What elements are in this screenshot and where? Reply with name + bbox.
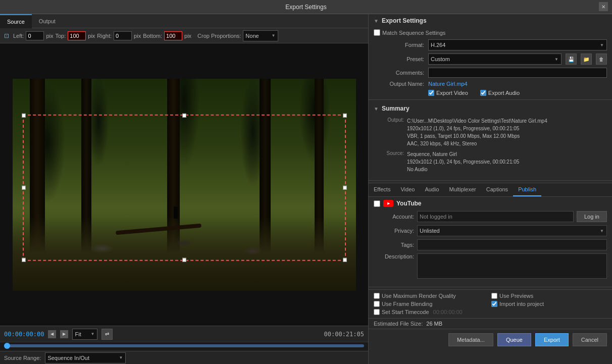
dialog-title: Export Settings <box>285 4 326 11</box>
timeline-bar: 00:00:00:00 ◀ ▶ Fit 25% 50% 100% ⇄ 00:00… <box>0 326 368 342</box>
format-select[interactable]: H.264 H.265 ProRes <box>428 39 607 50</box>
right-tab-bar: Effects Video Audio Multiplexer Captions… <box>369 183 612 197</box>
tab-publish[interactable]: Publish <box>513 183 541 196</box>
max-quality-checkbox[interactable] <box>374 293 380 299</box>
main-container: Source Output ⊡ Left: pix Top: pix Right… <box>0 14 612 364</box>
use-previews-checkbox[interactable] <box>491 293 497 299</box>
close-button[interactable]: ✕ <box>599 2 608 11</box>
crop-proportions-select[interactable]: None <box>243 30 278 41</box>
output-name-value[interactable]: Nature Girl.mp4 <box>428 81 468 87</box>
fit-select[interactable]: Fit 25% 50% 100% <box>72 329 97 340</box>
max-quality-row: Use Maximum Render Quality <box>374 293 489 299</box>
frame-blending-row: Use Frame Blending <box>374 301 489 307</box>
login-button[interactable]: Log in <box>577 211 607 222</box>
youtube-section: YouTube Account: Not logged in Log in Pr… <box>369 197 612 285</box>
output-path-val: C:\User...M\Desktop\Video Color Settings… <box>407 117 607 147</box>
tab-audio[interactable]: Audio <box>420 183 444 196</box>
delete-preset-btn[interactable]: 🗑 <box>596 54 607 65</box>
preset-label: Preset: <box>374 56 424 62</box>
summary-source-row: Source: Sequence, Nature Girl 1920x1012 … <box>374 150 607 173</box>
export-button[interactable]: Export <box>535 333 569 346</box>
bottom-options: Use Maximum Render Quality Use Previews … <box>369 289 612 318</box>
match-sequence-label: Match Sequence Settings <box>382 30 445 36</box>
metadata-button[interactable]: Metadata... <box>448 333 493 346</box>
tags-input[interactable] <box>417 239 607 250</box>
comments-label: Comments: <box>374 70 424 76</box>
frame-blending-checkbox[interactable] <box>374 301 380 307</box>
right-crop-input[interactable] <box>114 31 132 40</box>
match-sequence-row: Match Sequence Settings <box>369 27 612 38</box>
export-options-row: Export Video Export Audio <box>369 88 612 97</box>
import-project-checkbox[interactable] <box>491 301 497 307</box>
account-label: Account: <box>374 214 414 220</box>
output-key: Output: <box>374 117 404 147</box>
format-row: Format: H.264 H.265 ProRes <box>369 38 612 52</box>
youtube-privacy-row: Privacy: Public Unlisted Private <box>374 225 607 236</box>
source-range-label: Source Range: <box>4 355 41 361</box>
tab-captions[interactable]: Captions <box>481 183 513 196</box>
export-audio-label: Export Audio <box>488 90 520 96</box>
tab-multiplexer[interactable]: Multiplexer <box>444 183 481 196</box>
use-previews-label: Use Previews <box>499 293 533 299</box>
source-range-select[interactable]: Sequence In/Out Work Area Entire Sequenc… <box>45 352 126 363</box>
queue-button[interactable]: Queue <box>497 333 531 346</box>
top-crop-label: Top: <box>55 33 66 39</box>
privacy-select[interactable]: Public Unlisted Private <box>417 225 607 236</box>
summary-arrow: ▼ <box>374 106 379 112</box>
left-crop-input[interactable] <box>26 31 44 40</box>
file-size-row: Estimated File Size: 26 MB <box>369 318 612 329</box>
next-frame-btn[interactable]: ▶ <box>60 330 68 338</box>
scrubber-thumb[interactable] <box>4 343 10 349</box>
tab-output[interactable]: Output <box>32 14 63 28</box>
save-preset-btn[interactable]: 💾 <box>566 54 577 65</box>
cancel-button[interactable]: Cancel <box>573 333 607 346</box>
bottom-crop-input[interactable] <box>164 31 182 40</box>
desc-label: Description: <box>374 253 414 259</box>
youtube-title: YouTube <box>396 200 422 207</box>
video-preview <box>13 79 356 291</box>
output-name-row: Output Name: Nature Girl.mp4 <box>369 79 612 88</box>
start-timecode-value: 00:00:00:00 <box>433 309 463 315</box>
privacy-label: Privacy: <box>374 228 414 234</box>
tab-bar-left: Source Output <box>0 14 368 28</box>
import-preset-btn[interactable]: 📁 <box>581 54 592 65</box>
export-video-checkbox[interactable] <box>428 90 434 96</box>
start-timecode-checkbox[interactable] <box>374 309 380 315</box>
match-sequence-checkbox[interactable] <box>374 29 380 36</box>
export-settings-label: Export Settings <box>382 17 427 24</box>
description-input[interactable] <box>417 253 607 279</box>
export-settings-header: ▼ Export Settings <box>369 14 612 27</box>
tab-video[interactable]: Video <box>395 183 420 196</box>
frame-blending-label: Use Frame Blending <box>382 301 432 307</box>
left-panel: Source Output ⊡ Left: pix Top: pix Right… <box>0 14 369 364</box>
summary-section: Output: C:\User...M\Desktop\Video Color … <box>369 115 612 178</box>
youtube-tags-row: Tags: <box>374 239 607 250</box>
title-bar: Export Settings ✕ <box>0 0 612 14</box>
action-bar: Metadata... Queue Export Cancel <box>369 329 612 350</box>
scrubber-row[interactable] <box>0 342 368 351</box>
export-audio-checkbox[interactable] <box>480 90 486 96</box>
preset-row: Preset: Custom Match Source High Quality… <box>369 52 612 66</box>
preset-select[interactable]: Custom Match Source High Quality <box>428 54 562 65</box>
export-video-label: Export Video <box>436 90 468 96</box>
top-crop-input[interactable] <box>68 31 86 40</box>
import-project-row: Import into project <box>491 301 607 307</box>
crop-proportions-label: Crop Proportions: <box>197 33 241 39</box>
prev-frame-btn[interactable]: ◀ <box>48 330 56 338</box>
bottom-crop-label: Bottom: <box>143 33 162 39</box>
comments-input[interactable] <box>428 68 607 78</box>
tab-source[interactable]: Source <box>0 14 32 28</box>
left-crop-label: Left: <box>13 33 24 39</box>
tab-effects[interactable]: Effects <box>369 183 395 196</box>
export-audio-row: Export Audio <box>480 90 520 96</box>
crop-icon: ⊡ <box>4 32 9 39</box>
output-name-label: Output Name: <box>374 81 424 87</box>
zoom-icon[interactable]: ⇄ <box>101 329 113 340</box>
scrubber-track[interactable] <box>4 344 364 347</box>
export-settings-arrow: ▼ <box>374 18 379 24</box>
est-file-size-label: Estimated File Size: <box>374 321 423 327</box>
youtube-enable-checkbox[interactable] <box>374 200 380 207</box>
privacy-select-wrapper: Public Unlisted Private <box>417 225 607 236</box>
summary-label: Summary <box>382 105 410 112</box>
preview-area <box>0 43 368 326</box>
